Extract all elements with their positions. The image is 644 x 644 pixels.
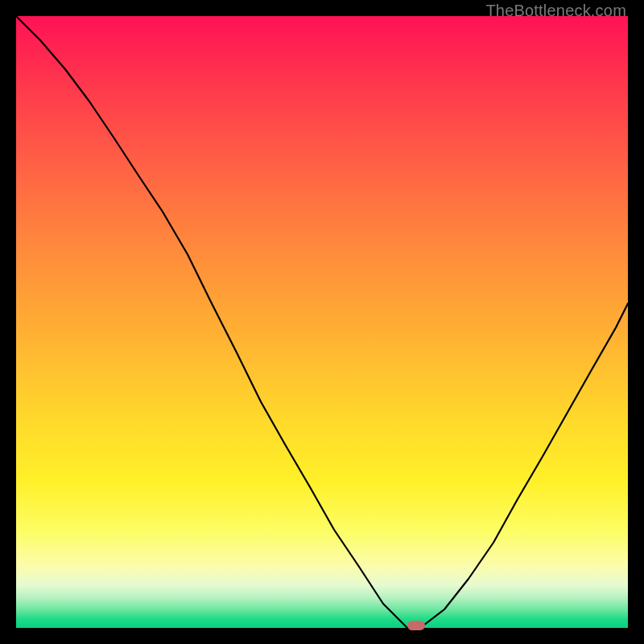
minimum-marker bbox=[407, 621, 425, 630]
chart-frame: TheBottleneck.com bbox=[0, 0, 644, 644]
curve-svg bbox=[16, 16, 628, 628]
plot-area bbox=[16, 16, 628, 628]
bottleneck-curve bbox=[16, 16, 628, 628]
